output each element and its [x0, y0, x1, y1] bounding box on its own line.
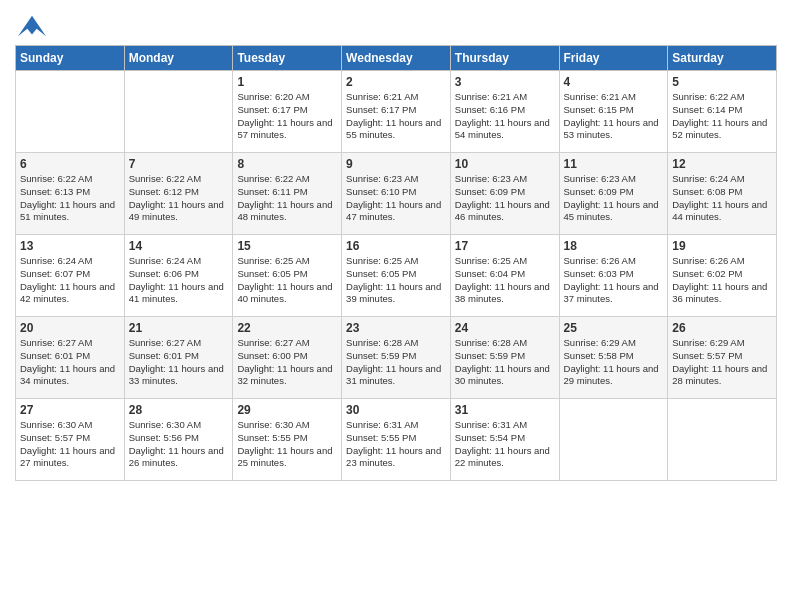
day-number: 10 [455, 157, 555, 171]
calendar-cell [124, 71, 233, 153]
day-number: 9 [346, 157, 446, 171]
calendar-cell: 23Sunrise: 6:28 AM Sunset: 5:59 PM Dayli… [342, 317, 451, 399]
day-info: Sunrise: 6:28 AM Sunset: 5:59 PM Dayligh… [346, 337, 446, 388]
day-info: Sunrise: 6:28 AM Sunset: 5:59 PM Dayligh… [455, 337, 555, 388]
day-number: 22 [237, 321, 337, 335]
day-info: Sunrise: 6:30 AM Sunset: 5:56 PM Dayligh… [129, 419, 229, 470]
day-info: Sunrise: 6:25 AM Sunset: 6:05 PM Dayligh… [346, 255, 446, 306]
day-info: Sunrise: 6:30 AM Sunset: 5:55 PM Dayligh… [237, 419, 337, 470]
calendar-cell: 13Sunrise: 6:24 AM Sunset: 6:07 PM Dayli… [16, 235, 125, 317]
calendar-cell: 24Sunrise: 6:28 AM Sunset: 5:59 PM Dayli… [450, 317, 559, 399]
day-info: Sunrise: 6:22 AM Sunset: 6:12 PM Dayligh… [129, 173, 229, 224]
day-info: Sunrise: 6:26 AM Sunset: 6:03 PM Dayligh… [564, 255, 664, 306]
day-number: 19 [672, 239, 772, 253]
svg-marker-0 [18, 16, 46, 37]
day-info: Sunrise: 6:24 AM Sunset: 6:06 PM Dayligh… [129, 255, 229, 306]
calendar-cell: 6Sunrise: 6:22 AM Sunset: 6:13 PM Daylig… [16, 153, 125, 235]
day-number: 12 [672, 157, 772, 171]
header [15, 10, 777, 37]
logo-bird-icon [18, 15, 46, 37]
calendar-cell: 9Sunrise: 6:23 AM Sunset: 6:10 PM Daylig… [342, 153, 451, 235]
calendar-cell: 4Sunrise: 6:21 AM Sunset: 6:15 PM Daylig… [559, 71, 668, 153]
calendar-cell: 22Sunrise: 6:27 AM Sunset: 6:00 PM Dayli… [233, 317, 342, 399]
calendar-cell: 12Sunrise: 6:24 AM Sunset: 6:08 PM Dayli… [668, 153, 777, 235]
page: SundayMondayTuesdayWednesdayThursdayFrid… [0, 0, 792, 612]
calendar-cell: 3Sunrise: 6:21 AM Sunset: 6:16 PM Daylig… [450, 71, 559, 153]
calendar-cell: 7Sunrise: 6:22 AM Sunset: 6:12 PM Daylig… [124, 153, 233, 235]
day-number: 2 [346, 75, 446, 89]
day-number: 21 [129, 321, 229, 335]
calendar-cell: 30Sunrise: 6:31 AM Sunset: 5:55 PM Dayli… [342, 399, 451, 481]
day-number: 28 [129, 403, 229, 417]
calendar-cell: 10Sunrise: 6:23 AM Sunset: 6:09 PM Dayli… [450, 153, 559, 235]
day-info: Sunrise: 6:25 AM Sunset: 6:04 PM Dayligh… [455, 255, 555, 306]
day-number: 8 [237, 157, 337, 171]
calendar-week-3: 13Sunrise: 6:24 AM Sunset: 6:07 PM Dayli… [16, 235, 777, 317]
day-info: Sunrise: 6:23 AM Sunset: 6:09 PM Dayligh… [455, 173, 555, 224]
day-info: Sunrise: 6:23 AM Sunset: 6:10 PM Dayligh… [346, 173, 446, 224]
header-sunday: Sunday [16, 46, 125, 71]
calendar-cell: 21Sunrise: 6:27 AM Sunset: 6:01 PM Dayli… [124, 317, 233, 399]
day-number: 29 [237, 403, 337, 417]
day-number: 17 [455, 239, 555, 253]
day-number: 18 [564, 239, 664, 253]
calendar-cell: 29Sunrise: 6:30 AM Sunset: 5:55 PM Dayli… [233, 399, 342, 481]
day-number: 16 [346, 239, 446, 253]
day-info: Sunrise: 6:31 AM Sunset: 5:55 PM Dayligh… [346, 419, 446, 470]
calendar-cell: 14Sunrise: 6:24 AM Sunset: 6:06 PM Dayli… [124, 235, 233, 317]
calendar-week-2: 6Sunrise: 6:22 AM Sunset: 6:13 PM Daylig… [16, 153, 777, 235]
day-number: 1 [237, 75, 337, 89]
logo [15, 15, 46, 37]
day-info: Sunrise: 6:26 AM Sunset: 6:02 PM Dayligh… [672, 255, 772, 306]
calendar-cell: 5Sunrise: 6:22 AM Sunset: 6:14 PM Daylig… [668, 71, 777, 153]
calendar-header-row: SundayMondayTuesdayWednesdayThursdayFrid… [16, 46, 777, 71]
calendar-cell: 16Sunrise: 6:25 AM Sunset: 6:05 PM Dayli… [342, 235, 451, 317]
calendar-cell: 1Sunrise: 6:20 AM Sunset: 6:17 PM Daylig… [233, 71, 342, 153]
day-info: Sunrise: 6:24 AM Sunset: 6:07 PM Dayligh… [20, 255, 120, 306]
day-number: 23 [346, 321, 446, 335]
calendar-cell [16, 71, 125, 153]
day-info: Sunrise: 6:27 AM Sunset: 6:01 PM Dayligh… [20, 337, 120, 388]
day-number: 7 [129, 157, 229, 171]
calendar-cell: 27Sunrise: 6:30 AM Sunset: 5:57 PM Dayli… [16, 399, 125, 481]
calendar-cell: 18Sunrise: 6:26 AM Sunset: 6:03 PM Dayli… [559, 235, 668, 317]
calendar-week-5: 27Sunrise: 6:30 AM Sunset: 5:57 PM Dayli… [16, 399, 777, 481]
calendar-cell: 15Sunrise: 6:25 AM Sunset: 6:05 PM Dayli… [233, 235, 342, 317]
day-number: 14 [129, 239, 229, 253]
calendar-cell: 19Sunrise: 6:26 AM Sunset: 6:02 PM Dayli… [668, 235, 777, 317]
day-info: Sunrise: 6:21 AM Sunset: 6:17 PM Dayligh… [346, 91, 446, 142]
day-number: 27 [20, 403, 120, 417]
day-number: 11 [564, 157, 664, 171]
day-number: 4 [564, 75, 664, 89]
header-tuesday: Tuesday [233, 46, 342, 71]
day-info: Sunrise: 6:20 AM Sunset: 6:17 PM Dayligh… [237, 91, 337, 142]
calendar-cell: 8Sunrise: 6:22 AM Sunset: 6:11 PM Daylig… [233, 153, 342, 235]
day-number: 30 [346, 403, 446, 417]
day-number: 5 [672, 75, 772, 89]
header-thursday: Thursday [450, 46, 559, 71]
calendar-cell: 17Sunrise: 6:25 AM Sunset: 6:04 PM Dayli… [450, 235, 559, 317]
day-info: Sunrise: 6:23 AM Sunset: 6:09 PM Dayligh… [564, 173, 664, 224]
day-info: Sunrise: 6:30 AM Sunset: 5:57 PM Dayligh… [20, 419, 120, 470]
calendar-table: SundayMondayTuesdayWednesdayThursdayFrid… [15, 45, 777, 481]
day-info: Sunrise: 6:29 AM Sunset: 5:57 PM Dayligh… [672, 337, 772, 388]
header-monday: Monday [124, 46, 233, 71]
day-info: Sunrise: 6:22 AM Sunset: 6:14 PM Dayligh… [672, 91, 772, 142]
day-number: 20 [20, 321, 120, 335]
header-saturday: Saturday [668, 46, 777, 71]
header-wednesday: Wednesday [342, 46, 451, 71]
day-info: Sunrise: 6:27 AM Sunset: 6:00 PM Dayligh… [237, 337, 337, 388]
day-number: 26 [672, 321, 772, 335]
day-info: Sunrise: 6:25 AM Sunset: 6:05 PM Dayligh… [237, 255, 337, 306]
day-number: 13 [20, 239, 120, 253]
calendar-cell: 31Sunrise: 6:31 AM Sunset: 5:54 PM Dayli… [450, 399, 559, 481]
day-info: Sunrise: 6:29 AM Sunset: 5:58 PM Dayligh… [564, 337, 664, 388]
day-number: 15 [237, 239, 337, 253]
day-number: 24 [455, 321, 555, 335]
calendar-cell: 2Sunrise: 6:21 AM Sunset: 6:17 PM Daylig… [342, 71, 451, 153]
calendar-week-1: 1Sunrise: 6:20 AM Sunset: 6:17 PM Daylig… [16, 71, 777, 153]
day-info: Sunrise: 6:21 AM Sunset: 6:15 PM Dayligh… [564, 91, 664, 142]
calendar-cell [668, 399, 777, 481]
header-friday: Friday [559, 46, 668, 71]
day-number: 3 [455, 75, 555, 89]
